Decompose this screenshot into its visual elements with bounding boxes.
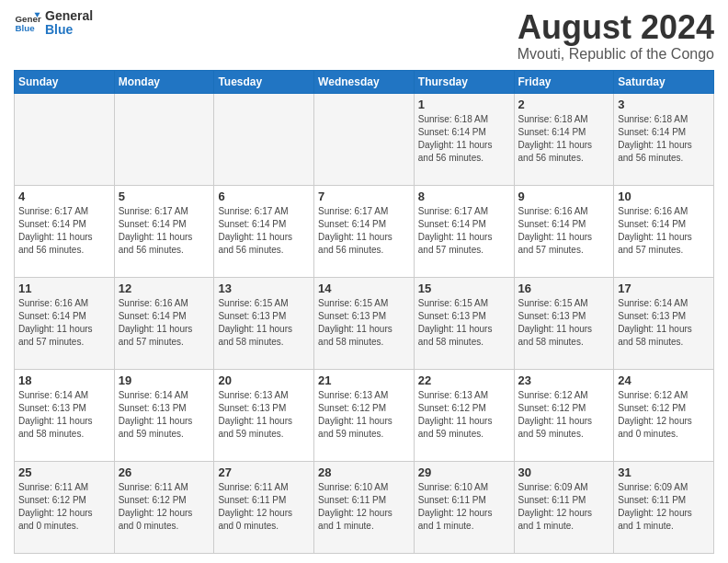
day-cell: 26Sunrise: 6:11 AMSunset: 6:12 PMDayligh… [114,461,214,553]
day-cell: 17Sunrise: 6:14 AMSunset: 6:13 PMDayligh… [614,277,714,369]
day-cell: 8Sunrise: 6:17 AMSunset: 6:14 PMDaylight… [414,185,514,277]
day-cell: 20Sunrise: 6:13 AMSunset: 6:13 PMDayligh… [214,369,314,461]
day-cell: 12Sunrise: 6:16 AMSunset: 6:14 PMDayligh… [114,277,214,369]
logo: General Blue General Blue [14,9,93,38]
day-number: 12 [119,282,210,295]
day-info: Sunrise: 6:11 AMSunset: 6:12 PMDaylight:… [18,481,110,533]
day-info: Sunrise: 6:11 AMSunset: 6:12 PMDaylight:… [119,481,210,533]
day-cell: 6Sunrise: 6:17 AMSunset: 6:14 PMDaylight… [214,185,314,277]
day-number: 24 [618,373,710,387]
day-info: Sunrise: 6:09 AMSunset: 6:11 PMDaylight:… [618,481,710,533]
day-number: 28 [318,465,410,479]
day-info: Sunrise: 6:14 AMSunset: 6:13 PMDaylight:… [119,389,210,441]
calendar-page: General Blue General Blue August 2024 Mv… [0,0,728,563]
week-row-3: 11Sunrise: 6:16 AMSunset: 6:14 PMDayligh… [15,277,714,369]
day-info: Sunrise: 6:15 AMSunset: 6:13 PMDaylight:… [218,297,310,349]
day-number: 9 [518,190,610,203]
day-number: 22 [418,373,510,387]
day-info: Sunrise: 6:10 AMSunset: 6:11 PMDaylight:… [418,481,510,533]
day-info: Sunrise: 6:16 AMSunset: 6:14 PMDaylight:… [618,205,710,257]
day-number: 15 [418,282,510,295]
day-cell: 19Sunrise: 6:14 AMSunset: 6:13 PMDayligh… [114,369,214,461]
day-cell [114,93,214,185]
day-info: Sunrise: 6:09 AMSunset: 6:11 PMDaylight:… [518,481,610,533]
logo-icon: General Blue [14,9,41,37]
day-number: 26 [119,465,210,479]
day-cell: 28Sunrise: 6:10 AMSunset: 6:11 PMDayligh… [314,461,415,553]
header-cell-tuesday: Tuesday [214,70,314,93]
day-cell: 29Sunrise: 6:10 AMSunset: 6:11 PMDayligh… [414,461,514,553]
day-cell: 23Sunrise: 6:12 AMSunset: 6:12 PMDayligh… [514,369,614,461]
day-cell: 2Sunrise: 6:18 AMSunset: 6:14 PMDaylight… [514,93,614,185]
calendar-body: 1Sunrise: 6:18 AMSunset: 6:14 PMDaylight… [15,93,714,553]
header-cell-wednesday: Wednesday [314,70,415,93]
day-number: 27 [218,465,310,479]
calendar-table: SundayMondayTuesdayWednesdayThursdayFrid… [14,70,714,554]
day-cell: 22Sunrise: 6:13 AMSunset: 6:12 PMDayligh… [414,369,514,461]
day-cell: 16Sunrise: 6:15 AMSunset: 6:13 PMDayligh… [514,277,614,369]
day-info: Sunrise: 6:15 AMSunset: 6:13 PMDaylight:… [318,297,410,349]
day-cell: 31Sunrise: 6:09 AMSunset: 6:11 PMDayligh… [614,461,714,553]
header: General Blue General Blue August 2024 Mv… [14,9,714,63]
day-number: 1 [418,98,510,111]
day-info: Sunrise: 6:17 AMSunset: 6:14 PMDaylight:… [218,205,310,257]
day-cell: 21Sunrise: 6:13 AMSunset: 6:12 PMDayligh… [314,369,415,461]
day-info: Sunrise: 6:15 AMSunset: 6:13 PMDaylight:… [518,297,610,349]
day-info: Sunrise: 6:16 AMSunset: 6:14 PMDaylight:… [518,205,610,257]
day-info: Sunrise: 6:13 AMSunset: 6:13 PMDaylight:… [218,389,310,441]
day-number: 10 [618,190,710,203]
day-info: Sunrise: 6:10 AMSunset: 6:11 PMDaylight:… [318,481,410,533]
day-cell: 1Sunrise: 6:18 AMSunset: 6:14 PMDaylight… [414,93,514,185]
day-cell [15,93,115,185]
day-info: Sunrise: 6:12 AMSunset: 6:12 PMDaylight:… [518,389,610,441]
day-number: 3 [618,98,710,111]
title-block: August 2024 Mvouti, Republic of the Cong… [518,9,714,63]
subtitle: Mvouti, Republic of the Congo [518,46,714,63]
day-info: Sunrise: 6:18 AMSunset: 6:14 PMDaylight:… [518,113,610,165]
day-cell: 3Sunrise: 6:18 AMSunset: 6:14 PMDaylight… [614,93,714,185]
day-number: 30 [518,465,610,479]
logo-line2: Blue [45,23,93,37]
day-number: 19 [119,373,210,387]
day-info: Sunrise: 6:17 AMSunset: 6:14 PMDaylight:… [318,205,410,257]
week-row-5: 25Sunrise: 6:11 AMSunset: 6:12 PMDayligh… [15,461,714,553]
day-cell: 24Sunrise: 6:12 AMSunset: 6:12 PMDayligh… [614,369,714,461]
day-number: 23 [518,373,610,387]
svg-text:Blue: Blue [16,23,36,33]
day-info: Sunrise: 6:11 AMSunset: 6:11 PMDaylight:… [218,481,310,533]
day-number: 31 [618,465,710,479]
day-cell: 11Sunrise: 6:16 AMSunset: 6:14 PMDayligh… [15,277,115,369]
day-cell: 9Sunrise: 6:16 AMSunset: 6:14 PMDaylight… [514,185,614,277]
calendar-header: SundayMondayTuesdayWednesdayThursdayFrid… [15,70,714,93]
day-cell: 13Sunrise: 6:15 AMSunset: 6:13 PMDayligh… [214,277,314,369]
day-cell: 30Sunrise: 6:09 AMSunset: 6:11 PMDayligh… [514,461,614,553]
day-cell: 4Sunrise: 6:17 AMSunset: 6:14 PMDaylight… [15,185,115,277]
day-number: 4 [18,190,110,203]
day-cell [214,93,314,185]
day-number: 18 [18,373,110,387]
logo-line1: General [45,9,93,23]
week-row-4: 18Sunrise: 6:14 AMSunset: 6:13 PMDayligh… [15,369,714,461]
header-cell-thursday: Thursday [414,70,514,93]
day-cell: 14Sunrise: 6:15 AMSunset: 6:13 PMDayligh… [314,277,415,369]
day-number: 25 [18,465,110,479]
day-number: 17 [618,282,710,295]
header-cell-monday: Monday [114,70,214,93]
day-number: 8 [418,190,510,203]
day-cell: 15Sunrise: 6:15 AMSunset: 6:13 PMDayligh… [414,277,514,369]
header-cell-saturday: Saturday [614,70,714,93]
day-info: Sunrise: 6:17 AMSunset: 6:14 PMDaylight:… [119,205,210,257]
day-number: 5 [119,190,210,203]
day-info: Sunrise: 6:15 AMSunset: 6:13 PMDaylight:… [418,297,510,349]
day-info: Sunrise: 6:14 AMSunset: 6:13 PMDaylight:… [618,297,710,349]
day-info: Sunrise: 6:17 AMSunset: 6:14 PMDaylight:… [418,205,510,257]
day-number: 16 [518,282,610,295]
day-info: Sunrise: 6:14 AMSunset: 6:13 PMDaylight:… [18,389,110,441]
day-cell: 18Sunrise: 6:14 AMSunset: 6:13 PMDayligh… [15,369,115,461]
day-cell: 5Sunrise: 6:17 AMSunset: 6:14 PMDaylight… [114,185,214,277]
header-cell-sunday: Sunday [15,70,115,93]
day-number: 6 [218,190,310,203]
day-cell [314,93,415,185]
day-cell: 27Sunrise: 6:11 AMSunset: 6:11 PMDayligh… [214,461,314,553]
week-row-1: 1Sunrise: 6:18 AMSunset: 6:14 PMDaylight… [15,93,714,185]
